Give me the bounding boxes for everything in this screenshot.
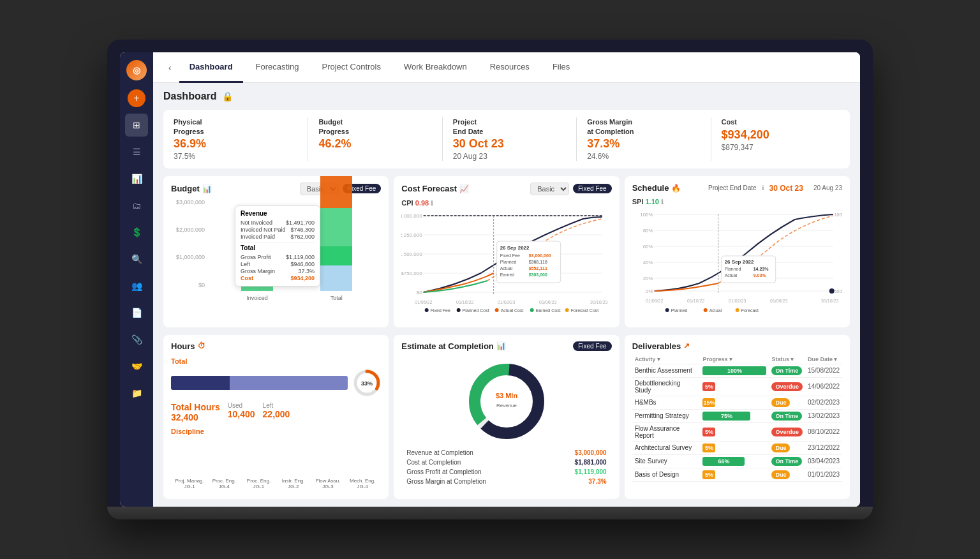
schedule-info-icon[interactable]: ℹ bbox=[762, 184, 764, 191]
svg-text:30/10/23: 30/10/23 bbox=[590, 300, 607, 304]
sidebar-item-handshake[interactable]: 🤝 bbox=[125, 355, 148, 378]
svg-text:100%: 100% bbox=[640, 212, 653, 218]
spi-value: 1.10 bbox=[645, 198, 658, 205]
svg-point-27 bbox=[425, 308, 429, 312]
sidebar-item-team[interactable]: 👥 bbox=[125, 274, 148, 297]
svg-text:$750,000: $750,000 bbox=[401, 271, 422, 276]
col-status: Status ▾ bbox=[769, 355, 805, 364]
sidebar-item-files[interactable]: 🗂 bbox=[125, 194, 148, 217]
svg-text:Forecast Cost: Forecast Cost bbox=[571, 308, 599, 313]
svg-point-63 bbox=[703, 308, 707, 312]
deliverables-card: Deliverables ↗ Activity ▾ Progress ▾ Sta… bbox=[625, 335, 850, 499]
svg-text:01/06/22: 01/06/22 bbox=[646, 299, 663, 303]
svg-text:Forecast: Forecast bbox=[741, 308, 758, 313]
sidebar-item-attach[interactable]: 📎 bbox=[125, 328, 148, 351]
hours-bar-used bbox=[171, 376, 230, 390]
cost-forecast-select[interactable]: Basic bbox=[530, 183, 569, 195]
svg-text:01/10/22: 01/10/22 bbox=[687, 299, 704, 303]
svg-text:40%: 40% bbox=[642, 260, 653, 265]
tab-resources[interactable]: Resources bbox=[480, 52, 540, 83]
bottom-row: Hours ⏱ Total bbox=[163, 335, 850, 499]
kpi-cost: Cost $934,200 $879,347 bbox=[711, 117, 840, 161]
svg-text:30/10/23: 30/10/23 bbox=[821, 299, 838, 303]
sidebar-item-dashboard[interactable]: ⊞ bbox=[125, 114, 148, 137]
dashboard-area: Dashboard 🔒 PhysicalProgress 36.9% 37.5%… bbox=[153, 83, 860, 507]
svg-text:$3,000,000: $3,000,000 bbox=[401, 213, 422, 219]
hours-total-label: Total bbox=[171, 357, 381, 365]
schedule-card: Schedule 🔥 Project End Date ℹ 30 Oct 23 … bbox=[625, 176, 850, 327]
deliverables-header: Deliverables ↗ bbox=[632, 341, 842, 351]
kpi-physical-progress: PhysicalProgress 36.9% 37.5% bbox=[174, 117, 302, 161]
sidebar-item-charts[interactable]: 📊 bbox=[125, 167, 148, 190]
tab-forecasting[interactable]: Forecasting bbox=[246, 52, 309, 83]
table-row: Permitting Strategy 75% On Time 13/02/20… bbox=[632, 409, 842, 422]
svg-point-69 bbox=[829, 288, 834, 294]
lock-icon: 🔒 bbox=[222, 91, 233, 101]
chart-row: Budget 📊 Basic Fixed Fee bbox=[163, 176, 850, 327]
spi-info-icon[interactable]: ℹ bbox=[661, 198, 664, 205]
svg-text:$368,118: $368,118 bbox=[529, 260, 547, 264]
deliverables-table: Activity ▾ Progress ▾ Status ▾ Due Date … bbox=[632, 355, 842, 482]
hours-bar-container: 33% bbox=[171, 369, 381, 397]
col-progress: Progress ▾ bbox=[700, 355, 769, 364]
disc-flow-assu: Flow Assu.JG-3 bbox=[312, 477, 344, 490]
svg-text:01/02/23: 01/02/23 bbox=[498, 300, 515, 304]
svg-point-65 bbox=[735, 308, 739, 312]
cpi-info-icon[interactable]: ℹ bbox=[431, 200, 433, 207]
table-row: H&MBs 15% Due 02/02/2023 bbox=[632, 396, 842, 409]
table-row: Site Survey 66% On Time 03/04/2023 bbox=[632, 454, 842, 468]
svg-point-31 bbox=[495, 308, 499, 312]
table-row: Flow Assurance Report 5% Overdue 08/10/2… bbox=[632, 422, 842, 441]
add-button[interactable]: + bbox=[128, 89, 145, 107]
eac-icon: 📊 bbox=[496, 341, 506, 350]
svg-point-29 bbox=[457, 308, 461, 312]
svg-text:$0: $0 bbox=[417, 290, 422, 295]
sidebar-item-docs[interactable]: 📄 bbox=[125, 301, 148, 324]
svg-text:01/10/22: 01/10/22 bbox=[456, 300, 473, 304]
top-nav: ‹ Dashboard Forecasting Project Controls… bbox=[153, 52, 860, 83]
svg-text:Planned: Planned bbox=[671, 308, 687, 313]
svg-text:Actual: Actual bbox=[724, 273, 737, 278]
col-due-date: Due Date ▾ bbox=[805, 355, 842, 364]
tab-dashboard[interactable]: Dashboard bbox=[179, 52, 243, 83]
hours-stats: Total Hours 32,400 Used 10,400 Left 22,0… bbox=[171, 402, 381, 422]
svg-text:0%: 0% bbox=[646, 288, 653, 294]
cost-forecast-header: Cost Forecast 📈 Basic Fixed Fee bbox=[401, 183, 611, 195]
sidebar-item-billing[interactable]: 💲 bbox=[125, 221, 148, 244]
tab-files[interactable]: Files bbox=[542, 52, 580, 83]
kpi-budget-progress: BudgetProgress 46.2% bbox=[308, 117, 436, 161]
eac-card: Estimate at Completion 📊 Fixed Fee bbox=[394, 335, 619, 499]
tab-work-breakdown[interactable]: Work Breakdown bbox=[394, 52, 477, 83]
sidebar: ◎ + ⊞ ☰ 📊 🗂 💲 🔍 👥 📄 📎 🤝 📁 bbox=[120, 52, 153, 507]
svg-text:Earned: Earned bbox=[500, 272, 515, 277]
table-row: Benthic Assessment 100% On Time 15/08/20… bbox=[632, 364, 842, 377]
disc-proc-eng-1: Proc. Eng.JG-1 bbox=[242, 477, 274, 490]
svg-text:01/06/22: 01/06/22 bbox=[415, 300, 432, 304]
svg-text:20%: 20% bbox=[642, 276, 653, 281]
svg-text:100%: 100% bbox=[834, 212, 842, 217]
svg-text:01/06/23: 01/06/23 bbox=[770, 299, 787, 303]
cost-forecast-badge: Fixed Fee bbox=[573, 184, 611, 193]
app-logo[interactable]: ◎ bbox=[126, 60, 147, 80]
tab-project-controls[interactable]: Project Controls bbox=[312, 52, 391, 83]
svg-text:Planned Cost: Planned Cost bbox=[463, 308, 489, 313]
sidebar-item-search[interactable]: 🔍 bbox=[125, 248, 148, 271]
hours-card: Hours ⏱ Total bbox=[163, 335, 389, 499]
discipline-section: Discipline Proj. Manag.JG-1 Proc. Eng.JG… bbox=[171, 428, 381, 490]
svg-text:$2,250,000: $2,250,000 bbox=[401, 232, 422, 238]
schedule-chart: 100% 80% 60% 40% 20% 0% bbox=[632, 208, 842, 320]
budget-card: Budget 📊 Basic Fixed Fee bbox=[163, 176, 389, 327]
cost-forecast-chart: $3,000,000 $2,250,000 $1,500,000 $750,00… bbox=[401, 209, 611, 321]
budget-y-axis: $3,000,000 $2,000,000 $1,000,000 $0 bbox=[176, 199, 205, 301]
cpi-value: 0.98 bbox=[415, 199, 429, 207]
svg-point-33 bbox=[530, 308, 534, 312]
svg-text:9.03%: 9.03% bbox=[753, 273, 766, 278]
svg-text:$303,000: $303,000 bbox=[529, 272, 547, 278]
sidebar-item-reports[interactable]: ☰ bbox=[125, 140, 148, 163]
disc-proc-eng-4: Proc. Eng.JG-4 bbox=[208, 477, 240, 490]
nav-back-button[interactable]: ‹ bbox=[163, 60, 177, 75]
table-row: Basis of Design 5% Due 01/01/2023 bbox=[632, 468, 842, 481]
svg-text:26 Sep 2022: 26 Sep 2022 bbox=[500, 245, 530, 251]
disc-proj-manag: Proj. Manag.JG-1 bbox=[174, 477, 205, 490]
sidebar-item-folder[interactable]: 📁 bbox=[125, 382, 148, 405]
